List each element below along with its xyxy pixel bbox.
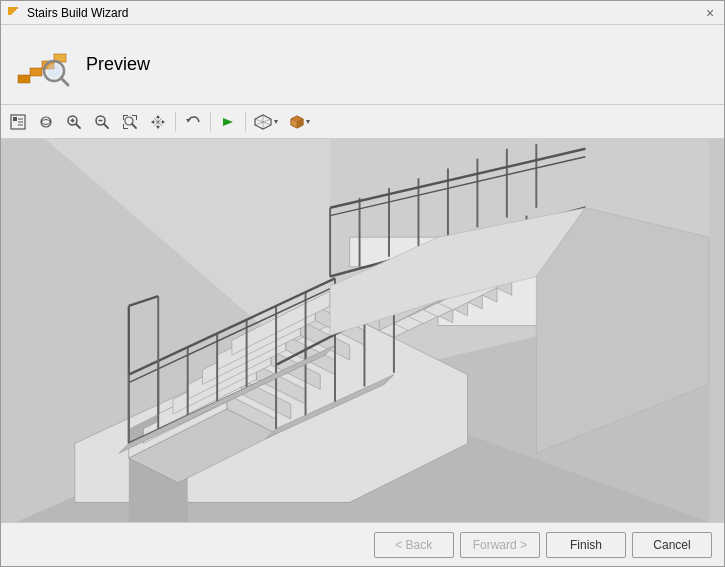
dropdown-arrow-icon (273, 117, 279, 127)
cube-icon (289, 114, 305, 130)
header-icon-container (16, 35, 76, 95)
finish-button[interactable]: Finish (546, 532, 626, 558)
title-bar-left: Stairs Build Wizard (7, 5, 128, 21)
svg-line-23 (104, 124, 108, 128)
toolbar (1, 105, 724, 139)
rotate-left-button[interactable] (180, 109, 206, 135)
toolbar-sep-1 (175, 112, 176, 132)
pan-icon (150, 114, 166, 130)
back-button[interactable]: < Back (374, 532, 454, 558)
svg-marker-37 (223, 118, 233, 126)
svg-marker-34 (151, 120, 154, 124)
toolbar-sep-2 (210, 112, 211, 132)
window-icon (7, 5, 23, 21)
select-tool-button[interactable] (5, 109, 31, 135)
svg-rect-29 (136, 115, 137, 120)
zoom-in-icon (66, 114, 82, 130)
zoom-fit-button[interactable] (117, 109, 143, 135)
svg-rect-3 (8, 7, 18, 9)
header-area: Preview (1, 25, 724, 105)
forward-button[interactable] (215, 109, 241, 135)
zoom-out-icon (94, 114, 110, 130)
3d-view-button[interactable] (250, 109, 282, 135)
bottom-bar: < Back Forward > Finish Cancel (1, 522, 724, 566)
pan-button[interactable] (145, 109, 171, 135)
svg-rect-4 (18, 75, 30, 83)
svg-rect-1 (8, 11, 14, 13)
svg-point-9 (47, 64, 61, 78)
svg-rect-0 (8, 13, 12, 15)
3d-preview-svg (1, 139, 724, 522)
svg-line-25 (132, 124, 136, 128)
3d-view-icon (253, 114, 273, 130)
svg-rect-5 (30, 68, 42, 76)
zoom-in-button[interactable] (61, 109, 87, 135)
svg-rect-27 (123, 115, 124, 120)
svg-rect-2 (8, 9, 16, 11)
dropdown-arrow2-icon (305, 117, 311, 127)
cancel-button[interactable]: Cancel (632, 532, 712, 558)
select-icon (10, 114, 26, 130)
toolbar-sep-3 (245, 112, 246, 132)
title-bar: Stairs Build Wizard × (1, 1, 724, 25)
svg-line-10 (61, 78, 68, 85)
forward-icon (220, 114, 236, 130)
window-title: Stairs Build Wizard (27, 6, 128, 20)
svg-rect-12 (13, 117, 17, 121)
orbit-tool-button[interactable] (33, 109, 59, 135)
svg-line-20 (76, 124, 80, 128)
zoom-fit-icon (122, 114, 138, 130)
svg-rect-31 (123, 124, 124, 129)
svg-marker-33 (156, 126, 160, 129)
svg-marker-35 (162, 120, 165, 124)
stair-preview-icon (16, 35, 72, 91)
forward-button-bottom[interactable]: Forward > (460, 532, 540, 558)
svg-marker-47 (306, 120, 310, 124)
svg-marker-42 (274, 120, 278, 124)
3d-option-button[interactable] (284, 109, 316, 135)
orbit-icon (38, 114, 54, 130)
main-window: Stairs Build Wizard × Preview (0, 0, 725, 567)
header-title: Preview (86, 54, 150, 75)
preview-viewport (1, 139, 724, 522)
close-button[interactable]: × (702, 5, 718, 21)
rotate-left-icon (185, 114, 201, 130)
svg-marker-32 (156, 115, 160, 118)
zoom-out-button[interactable] (89, 109, 115, 135)
